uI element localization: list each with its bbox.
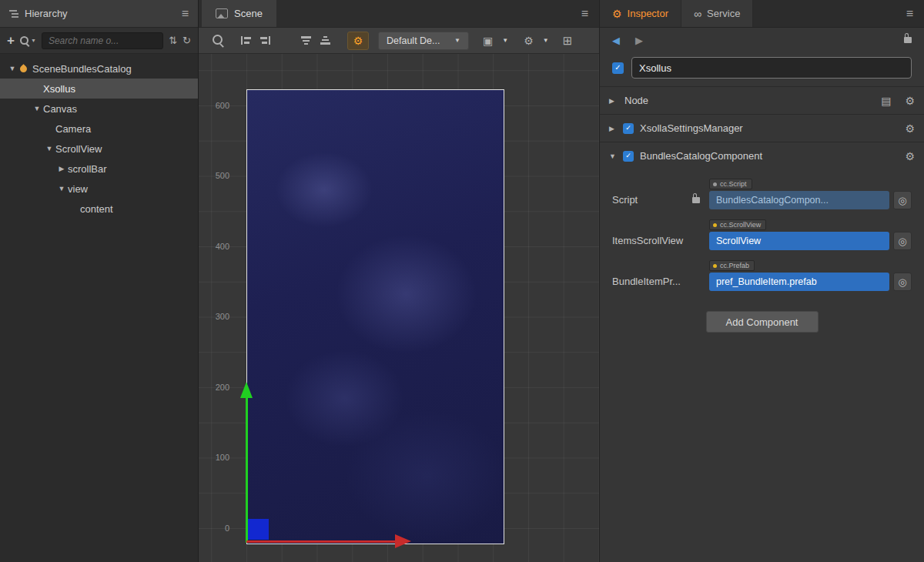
expander-down-icon[interactable]: ▼ (6, 65, 18, 72)
inspector-tab-label: Inspector (628, 8, 668, 19)
property-label: Script (612, 191, 692, 209)
tree-item-label: content (80, 203, 113, 215)
create-node-button[interactable]: + (7, 34, 15, 47)
docs-icon[interactable]: ▤ (881, 95, 891, 106)
hierarchy-panel: Hierarchy ≡ + ▼ ⇅ ↻ ▼ SceneBundlesCatalo… (0, 0, 199, 562)
nav-back-button[interactable]: ◀ (612, 35, 620, 46)
target-icon: ◎ (898, 236, 906, 246)
prefab-reference-field[interactable]: pref_BundleItem.prefab (709, 273, 889, 291)
x-axis-arrowhead[interactable] (395, 534, 411, 548)
y-axis-arrowhead[interactable] (240, 382, 253, 398)
reference-value: pref_BundleItem.prefab (716, 276, 817, 287)
refresh-icon[interactable]: ↻ (182, 35, 191, 45)
scene-preview[interactable] (246, 89, 504, 544)
expander-right-icon[interactable]: ▶ (609, 125, 623, 132)
x-axis-gizmo[interactable] (246, 540, 395, 543)
tree-item-view[interactable]: ▼ view (0, 179, 198, 199)
type-chip-label: cc.Prefab (720, 262, 749, 269)
scene-menu-icon[interactable]: ≡ (581, 8, 588, 20)
caret-down-icon: ▼ (543, 37, 549, 44)
component-header-xsollasettingsmanager[interactable]: ▶ ✓ XsollaSettingsManager ⚙ (600, 114, 924, 142)
gear-icon[interactable]: ⚙ (905, 123, 915, 134)
tree-item-content[interactable]: content (0, 199, 198, 219)
image-icon (216, 8, 228, 18)
tree-item-canvas[interactable]: ▼ Canvas (0, 99, 198, 119)
tree-item-label: Canvas (43, 103, 77, 115)
component-enabled-checkbox[interactable]: ✓ (623, 123, 634, 134)
tree-item-scenebundlescatalog[interactable]: ▼ SceneBundlesCatalog (0, 59, 198, 79)
lock-icon (692, 197, 700, 203)
magnifier-icon (213, 35, 223, 45)
node-section-header[interactable]: ▶ Node ▤ ⚙ (600, 86, 924, 114)
tree-item-label: view (68, 183, 88, 195)
hierarchy-menu-icon[interactable]: ≡ (182, 8, 189, 20)
expander-down-icon[interactable]: ▼ (43, 145, 55, 152)
check-icon: ✓ (614, 64, 621, 72)
collapse-all-icon[interactable]: ⇅ (169, 35, 177, 45)
node-active-checkbox[interactable]: ✓ (612, 62, 624, 74)
tree-item-label: scrollBar (68, 163, 107, 175)
type-chip: cc.Prefab (709, 260, 755, 271)
tab-scene[interactable]: Scene (202, 0, 276, 27)
component-enabled-checkbox[interactable]: ✓ (623, 151, 634, 162)
tree-item-camera[interactable]: Camera (0, 119, 198, 139)
scene-tabbar: Scene ≡ (199, 0, 599, 28)
type-chip-label: cc.ScrollView (720, 221, 761, 229)
grid-toggle-icon[interactable]: ⊞ (563, 35, 573, 46)
tab-inspector[interactable]: ⚙ Inspector (600, 0, 681, 27)
tree-item-xsollus[interactable]: Xsollus (0, 79, 198, 99)
design-resolution-dropdown[interactable]: Default De... ▼ (378, 32, 469, 50)
gear-icon[interactable]: ⚙ (905, 151, 915, 162)
type-chip: cc.ScrollView (709, 219, 766, 230)
hierarchy-header: Hierarchy ≡ (0, 0, 198, 28)
expander-down-icon[interactable]: ▼ (609, 152, 623, 160)
zoom-icon[interactable] (213, 35, 223, 46)
origin-handle[interactable] (248, 519, 269, 540)
tree-item-scrollview[interactable]: ▼ ScrollView (0, 139, 198, 159)
gear-icon[interactable]: ⚙ (905, 95, 915, 106)
service-tab-label: Service (707, 8, 740, 19)
scene-tab-label: Scene (234, 8, 263, 19)
component-properties: Script cc.Script BundlesCatalogCompon...… (600, 169, 924, 291)
reference-picker-button[interactable]: ◎ (893, 273, 912, 291)
expander-right-icon[interactable]: ▶ (609, 97, 623, 105)
node-name-input[interactable] (631, 57, 912, 79)
expander-down-icon[interactable]: ▼ (55, 185, 68, 192)
hierarchy-toolbar: + ▼ ⇅ ↻ (0, 28, 198, 54)
tab-service[interactable]: ∞ Service (681, 0, 753, 27)
search-filter-button[interactable]: ▼ (20, 36, 36, 45)
scene-canvas[interactable]: 600 500 400 300 200 100 0 (199, 54, 599, 562)
target-icon: ◎ (898, 196, 906, 206)
expander-down-icon[interactable]: ▼ (31, 105, 43, 112)
type-dot-icon (713, 223, 717, 227)
gizmo-toggle-button[interactable]: ⚙ (347, 32, 369, 50)
scene-settings-dropdown[interactable]: ⚙ ▼ (524, 35, 548, 47)
ruler-label: 400 (199, 242, 229, 251)
scrollview-reference-field[interactable]: ScrollView (709, 232, 889, 250)
hierarchy-tree: ▼ SceneBundlesCatalog Xsollus ▼ Canvas C… (0, 54, 198, 219)
nav-forward-button[interactable]: ▶ (635, 35, 643, 46)
node-section-label: Node (624, 95, 648, 106)
align-left-icon[interactable] (241, 36, 251, 45)
align-right-icon[interactable] (260, 36, 270, 45)
search-input[interactable] (42, 32, 163, 49)
reference-picker-button[interactable]: ◎ (893, 232, 912, 250)
script-reference-field[interactable]: BundlesCatalogCompon... (709, 191, 889, 209)
add-component-button[interactable]: Add Component (706, 311, 819, 333)
check-icon: ✓ (625, 152, 631, 159)
send-backward-icon[interactable] (301, 36, 311, 45)
bring-forward-icon[interactable] (320, 36, 330, 45)
tree-item-label: ScrollView (55, 143, 102, 155)
unlock-icon[interactable] (904, 37, 912, 43)
component-name-label: BundlesCatalogComponent (640, 150, 762, 162)
scene-panel: Scene ≡ ⚙ Default De... ▼ ▣ ▼ ⚙ ▼ (199, 0, 599, 562)
view-mode-dropdown[interactable]: ▣ ▼ (483, 35, 508, 47)
caret-down-icon: ▼ (454, 37, 460, 44)
component-name-label: XsollaSettingsManager (640, 122, 743, 134)
expander-right-icon[interactable]: ▶ (55, 165, 68, 172)
inspector-menu-icon[interactable]: ≡ (906, 8, 913, 20)
tree-item-scrollbar[interactable]: ▶ scrollBar (0, 159, 198, 179)
reference-picker-button[interactable]: ◎ (893, 191, 912, 209)
component-header-bundlescatalogcomponent[interactable]: ▼ ✓ BundlesCatalogComponent ⚙ (600, 142, 924, 169)
reference-value: BundlesCatalogCompon... (716, 195, 829, 206)
